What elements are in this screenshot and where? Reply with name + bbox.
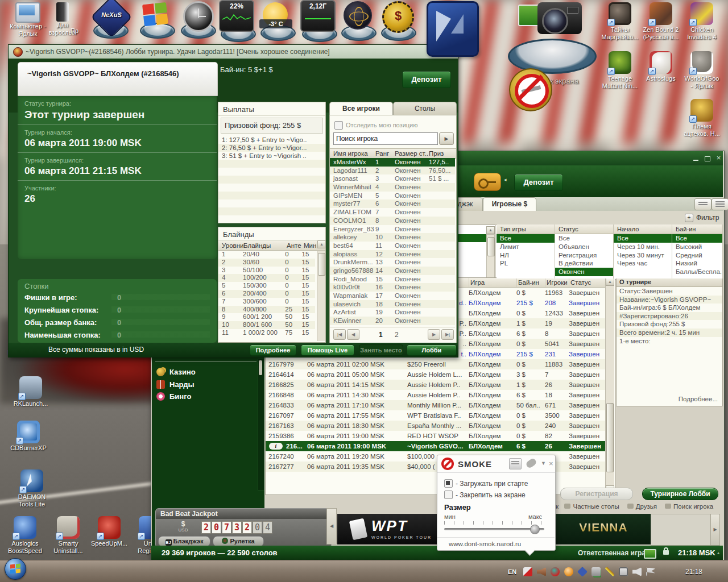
column-header[interactable]: Статус	[569, 278, 606, 287]
view-list-icon[interactable]	[712, 198, 728, 210]
column-header[interactable]: Анте	[287, 241, 304, 250]
bad-beat-jackpot-widget[interactable]: Bad Beat Jackpot $ USD 2073204 BJБлэкджэ…	[155, 508, 332, 548]
cpu-gauge[interactable]: 22%	[219, 0, 254, 32]
filter-option[interactable]: В действии	[555, 259, 613, 268]
note-icon[interactable]	[509, 458, 522, 469]
filter-option[interactable]: Лимит	[497, 243, 555, 251]
poker-chip-dock-icon[interactable]: $	[382, 1, 414, 33]
blinds-scrollbar[interactable]: ▲	[317, 251, 325, 341]
footer-link-key[interactable]: Частные столы	[564, 503, 619, 510]
player-row[interactable]: jasonast3Окончен51 $ ...	[330, 174, 455, 183]
player-row[interactable]: k0l0v0r0t16Окончен	[330, 283, 455, 292]
filter-scrollbar[interactable]	[486, 234, 495, 278]
widget-close-icon[interactable]: ×	[549, 459, 553, 468]
collapse-arrow-icon[interactable]: ◂	[504, 177, 507, 182]
tournament-row[interactable]: 215938606 марта 2011 19:00 MSKRED HOT WS…	[266, 431, 605, 441]
tournament-lobby-button[interactable]: Турнирное Лобби	[642, 488, 718, 500]
filter-scroll-up-icon[interactable]: ▲	[486, 226, 495, 234]
scroll-up-icon[interactable]: ▲	[606, 278, 614, 286]
take-seat-button-disabled[interactable]: Занять место	[359, 344, 403, 356]
filter-option[interactable]: Окончен	[555, 268, 613, 276]
globe-gadget-icon[interactable]	[344, 1, 372, 30]
column-header[interactable]: Блайнды	[243, 241, 287, 250]
filter-header[interactable]: Статус	[555, 225, 613, 234]
deposit-button[interactable]: Депозит	[514, 174, 563, 191]
tournament-row[interactable]: 216...06 марта 2011 19:00 MSK~Vigorish G…	[266, 441, 605, 451]
player-row[interactable]: Rodi_Mood15Окончен	[330, 275, 455, 284]
details-button[interactable]: Подробнее	[250, 344, 296, 356]
scroll-thumb[interactable]	[606, 403, 614, 472]
size-slider-handle[interactable]	[530, 525, 540, 534]
screenshot-gadget[interactable]: Снимок экрана	[508, 5, 599, 135]
desktop-icon-cd[interactable]: ↗CDBurnerXP	[8, 421, 49, 452]
scroll-thumb[interactable]	[318, 253, 325, 276]
filter-header[interactable]: Тип игры	[497, 225, 555, 234]
player-row[interactable]: ulasevich18Окончен	[330, 300, 455, 309]
menu-item-casino[interactable]: Казино	[156, 367, 196, 379]
player-row[interactable]: WinnerMihail4Окончен	[330, 183, 455, 192]
filter-expand-icon[interactable]: +	[685, 214, 693, 222]
language-indicator[interactable]: EN	[508, 568, 516, 575]
filter-header[interactable]: Начало	[614, 225, 672, 234]
windows-dock-icon[interactable]	[142, 2, 169, 27]
player-row[interactable]: AzArtist19Окончен	[330, 308, 455, 317]
column-header[interactable]: Приз	[429, 149, 455, 158]
filter-option[interactable]: Все	[672, 234, 722, 243]
tournament-row[interactable]: 216709706 марта 2011 17:55 MSKWPT Bratis…	[266, 410, 605, 421]
lock-icon[interactable]	[663, 550, 669, 555]
last-page-icon[interactable]: ▶|	[441, 329, 454, 340]
start-button[interactable]	[5, 558, 26, 580]
filter-option[interactable]: Высокий	[672, 243, 722, 251]
player-row[interactable]: gringo56788814Окончен	[330, 267, 455, 275]
player-row[interactable]: myster776Окончен	[330, 199, 455, 208]
close-icon[interactable]: ×	[714, 155, 723, 162]
responsible-gaming-label[interactable]: Ответственная игра	[578, 549, 646, 557]
ram-gauge[interactable]: 2,12Г	[300, 0, 336, 32]
desktop-icon-aztec[interactable]: ↗Племя ацтеков. Н...	[681, 99, 722, 138]
tab-all-players[interactable]: Все игроки	[329, 102, 393, 115]
table-scrollbar[interactable]: ▲ ▼	[605, 278, 614, 493]
track-position-checkbox[interactable]	[334, 121, 343, 130]
player-row[interactable]: best6411Окончен	[330, 242, 455, 250]
column-header[interactable]: Бай-ин	[516, 278, 545, 287]
minimize-icon[interactable]	[692, 155, 700, 162]
menu-item-backgammon[interactable]: Нарды	[156, 380, 195, 391]
live-help-button[interactable]: Помощь Live	[301, 344, 354, 356]
filter-option[interactable]: Через 10 мин.	[614, 243, 672, 251]
tray-volume-icon[interactable]	[632, 567, 642, 576]
desktop-icon-octopus[interactable]: ↗Тайны Маргрейво...	[599, 2, 640, 41]
tray-flag-icon[interactable]	[646, 567, 655, 576]
banner-collapse-arrow[interactable]: ◀	[326, 508, 337, 544]
desktop-icon-turtle[interactable]: ↗Teenage Mutant Nin...	[599, 51, 640, 90]
filter-option[interactable]: Все	[614, 234, 672, 243]
desktop-icon-zen[interactable]: ↗Zen Bound 2 (Русская в...	[640, 2, 681, 41]
prev-page-icon[interactable]: ◀	[347, 329, 359, 340]
tray-app-red-icon[interactable]	[551, 567, 560, 576]
desktop-icon-computer[interactable]: Компьютер - Ярлык	[8, 2, 48, 38]
tray-ball-orange-icon[interactable]	[564, 567, 573, 576]
page-1[interactable]: 1	[379, 331, 383, 339]
desktop-icon-goo[interactable]: ↗WorldOfGoo - Ярлык	[681, 51, 722, 90]
column-header[interactable]: Ранг	[375, 149, 394, 158]
restore-icon[interactable]	[703, 155, 712, 162]
desktop-icon-rk[interactable]: ↗RKLaunch...	[10, 376, 51, 408]
tournament-row[interactable]: 216461406 марта 2011 05:00 MSKAussie Hol…	[266, 369, 605, 380]
lobby-titlebar[interactable]: ~Vigorish GSVOPP~(#2168546) Лобби турнир…	[9, 45, 458, 59]
banner-next-arrow[interactable]: ▶	[710, 514, 720, 546]
player-row[interactable]: COOLMO18Окончен	[330, 217, 455, 225]
column-header[interactable]: Игроки	[545, 278, 569, 287]
register-button[interactable]: Регистрация	[560, 488, 633, 500]
size-slider-track[interactable]	[444, 528, 544, 530]
desktop-icon-smarty[interactable]: ↗Smarty Uninstall...	[48, 516, 89, 555]
tournament-row[interactable]: 216682506 марта 2011 14:15 MSKAussie Hol…	[266, 380, 605, 390]
drafting-tool-dock-icon[interactable]	[427, 1, 479, 57]
next-page-icon[interactable]: ▶	[428, 329, 440, 340]
footer-link-friends[interactable]: Друзья	[627, 503, 657, 510]
view-cascade-icon[interactable]	[694, 198, 712, 210]
scroll-thumb[interactable]	[259, 360, 262, 375]
desktop-icon-daemon[interactable]: ↗DAEMON Tools Lite	[11, 469, 52, 508]
first-page-icon[interactable]: |◀	[333, 329, 346, 340]
menu-scrollbar[interactable]	[258, 359, 264, 490]
tournament-row[interactable]: 216684806 марта 2011 14:30 MSKAussie Hol…	[266, 390, 605, 400]
more-link[interactable]: Подробнее...	[679, 396, 718, 402]
